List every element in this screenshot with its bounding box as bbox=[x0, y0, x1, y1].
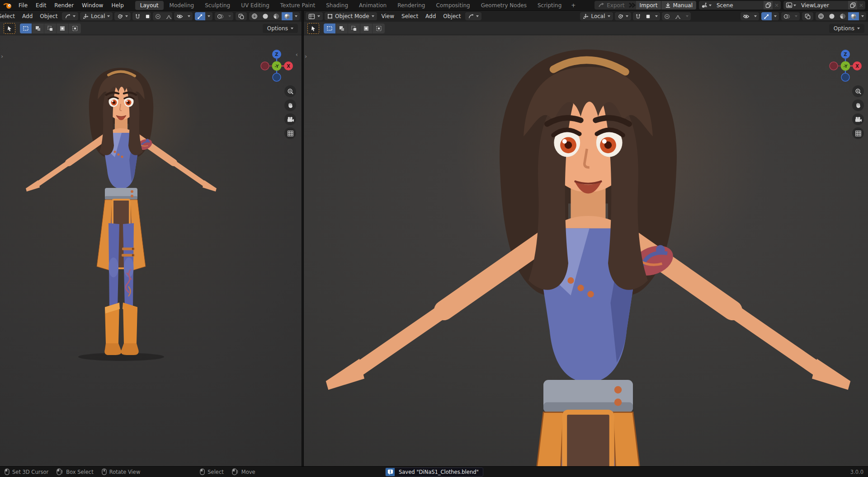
overlays-toggle[interactable] bbox=[781, 12, 793, 20]
shading-dropdown[interactable] bbox=[859, 12, 866, 20]
options-button[interactable]: Options bbox=[263, 24, 298, 33]
overlays-toggle[interactable] bbox=[215, 12, 226, 20]
menu-add[interactable]: Add bbox=[19, 12, 35, 20]
export-button[interactable]: Export bbox=[594, 1, 628, 9]
select-invert-button[interactable] bbox=[57, 23, 69, 33]
menu-select[interactable]: Select bbox=[399, 12, 421, 20]
navigation-gizmo[interactable]: Z X -Y bbox=[259, 48, 295, 84]
tab-rendering[interactable]: Rendering bbox=[392, 1, 430, 10]
overlays-dropdown[interactable] bbox=[793, 12, 800, 20]
viewlayer-name[interactable]: ViewLayer bbox=[798, 2, 848, 9]
toolbar-expand-icon[interactable]: › bbox=[1, 53, 3, 59]
transform-orientation-widget[interactable] bbox=[62, 12, 78, 20]
material-shading-button[interactable] bbox=[271, 12, 282, 20]
material-shading-button[interactable] bbox=[837, 12, 848, 20]
select-extend-button[interactable] bbox=[336, 23, 348, 33]
orthographic-view-button[interactable] bbox=[284, 127, 296, 139]
add-workspace-button[interactable]: + bbox=[567, 1, 579, 10]
zoom-button[interactable] bbox=[284, 85, 296, 97]
gizmos-dropdown[interactable] bbox=[772, 12, 779, 20]
falloff-button[interactable] bbox=[163, 12, 172, 20]
select-intersect-button[interactable] bbox=[69, 23, 81, 33]
manual-button[interactable]: Manual bbox=[661, 1, 696, 9]
orientation-dropdown[interactable]: Local bbox=[580, 12, 613, 20]
snap-target-button[interactable] bbox=[143, 12, 151, 20]
select-set-button[interactable] bbox=[20, 23, 32, 33]
tab-uv-editing[interactable]: UV Editing bbox=[236, 1, 274, 10]
proportional-edit-toggle[interactable] bbox=[662, 12, 672, 20]
select-subtract-button[interactable] bbox=[44, 23, 57, 33]
pivot-point-dropdown[interactable] bbox=[615, 12, 631, 20]
overlays-dropdown[interactable] bbox=[226, 12, 233, 20]
select-subtract-button[interactable] bbox=[348, 23, 360, 33]
menu-object[interactable]: Object bbox=[37, 12, 60, 20]
falloff-dropdown[interactable] bbox=[684, 12, 691, 20]
visibility-dropdown[interactable] bbox=[185, 12, 193, 20]
sidebar-collapse-icon[interactable]: ‹ bbox=[296, 51, 298, 57]
orthographic-view-button[interactable] bbox=[852, 127, 864, 139]
wireframe-shading-button[interactable] bbox=[249, 12, 260, 20]
scene-name[interactable]: Scene bbox=[714, 2, 764, 9]
orientation-dropdown[interactable]: Local bbox=[80, 12, 113, 20]
xray-toggle[interactable] bbox=[236, 12, 247, 20]
menu-edit[interactable]: Edit bbox=[32, 1, 50, 9]
toolbar-expand-icon[interactable]: › bbox=[305, 53, 307, 59]
gizmos-dropdown[interactable] bbox=[205, 12, 212, 20]
snap-dropdown[interactable] bbox=[653, 12, 660, 20]
tab-geometry-nodes[interactable]: Geometry Nodes bbox=[476, 1, 532, 10]
pan-button[interactable] bbox=[284, 99, 296, 111]
tab-compositing[interactable]: Compositing bbox=[431, 1, 475, 10]
snap-target-button[interactable] bbox=[643, 12, 653, 20]
import-button[interactable]: Import bbox=[636, 1, 661, 9]
shading-dropdown[interactable] bbox=[292, 12, 300, 20]
mode-dropdown[interactable]: Object Mode bbox=[325, 12, 377, 20]
visibility-toggle[interactable] bbox=[174, 12, 185, 20]
menu-window[interactable]: Window bbox=[78, 1, 107, 9]
blender-logo[interactable] bbox=[3, 1, 13, 9]
menu-file[interactable]: File bbox=[14, 1, 32, 9]
tab-layout[interactable]: Layout bbox=[135, 1, 164, 10]
transform-orientation-widget[interactable] bbox=[465, 12, 481, 20]
select-intersect-button[interactable] bbox=[373, 23, 385, 33]
options-button[interactable]: Options bbox=[829, 24, 864, 33]
rendered-shading-button[interactable] bbox=[282, 12, 292, 20]
menu-object[interactable]: Object bbox=[440, 12, 463, 20]
pan-button[interactable] bbox=[852, 99, 864, 111]
visibility-dropdown[interactable] bbox=[752, 12, 759, 20]
pivot-point-dropdown[interactable] bbox=[114, 12, 131, 20]
menu-view[interactable]: View bbox=[379, 12, 397, 20]
saved-notification[interactable]: Saved "DiNaS1_Clothes.blend" bbox=[385, 468, 483, 477]
scene-browse-button[interactable] bbox=[699, 1, 714, 9]
tab-scripting[interactable]: Scripting bbox=[533, 1, 566, 10]
menu-select[interactable]: Select bbox=[0, 12, 18, 20]
select-extend-button[interactable] bbox=[32, 23, 44, 33]
gizmos-toggle[interactable] bbox=[195, 12, 205, 20]
falloff-button[interactable] bbox=[672, 12, 684, 20]
new-scene-button[interactable] bbox=[764, 1, 773, 9]
wireframe-shading-button[interactable] bbox=[816, 12, 826, 20]
remove-viewlayer-button[interactable]: ✕ bbox=[857, 1, 865, 9]
menu-render[interactable]: Render bbox=[50, 1, 78, 9]
viewport-right-canvas[interactable]: › Z X -Y bbox=[304, 35, 868, 466]
menu-add[interactable]: Add bbox=[423, 12, 439, 20]
new-viewlayer-button[interactable] bbox=[848, 1, 857, 9]
editor-type-dropdown[interactable] bbox=[306, 12, 323, 20]
tab-shading[interactable]: Shading bbox=[321, 1, 353, 10]
active-tool-button[interactable] bbox=[307, 23, 319, 34]
zoom-button[interactable] bbox=[852, 85, 864, 97]
proportional-edit-toggle[interactable] bbox=[153, 12, 163, 20]
character-model[interactable] bbox=[22, 56, 221, 363]
viewport-left-canvas[interactable]: › ‹ Z X -Y bbox=[0, 35, 302, 466]
camera-view-button[interactable] bbox=[284, 113, 296, 125]
tab-texture-paint[interactable]: Texture Paint bbox=[275, 1, 320, 10]
rendered-shading-button[interactable] bbox=[848, 12, 859, 20]
active-tool-button[interactable] bbox=[4, 23, 15, 34]
visibility-toggle[interactable] bbox=[741, 12, 752, 20]
camera-view-button[interactable] bbox=[852, 113, 864, 125]
tab-modeling[interactable]: Modeling bbox=[165, 1, 199, 10]
xray-toggle[interactable] bbox=[802, 12, 813, 20]
gizmos-toggle[interactable] bbox=[761, 12, 772, 20]
solid-shading-button[interactable] bbox=[260, 12, 271, 20]
character-model[interactable] bbox=[315, 35, 862, 466]
snap-toggle[interactable] bbox=[633, 12, 643, 20]
